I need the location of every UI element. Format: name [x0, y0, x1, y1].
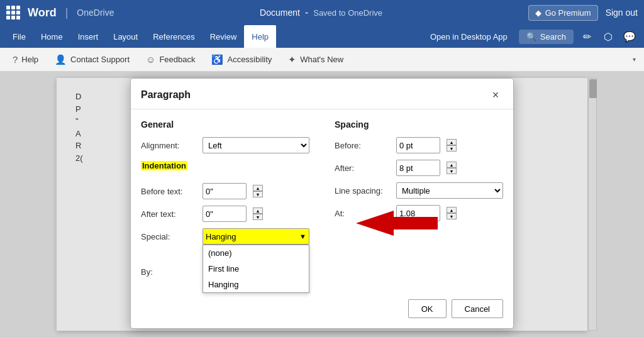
accessibility-button[interactable]: ♿ Accessibility — [204, 48, 279, 71]
before-text-row: Before text: ▲ ▼ — [141, 183, 309, 199]
feedback-button[interactable]: ☺ Feedback — [138, 48, 203, 71]
before-row: Before: ▲ ▼ — [335, 137, 503, 153]
general-section-title: General — [141, 119, 309, 130]
dialog-left-col: General Alignment: Left Center Right Jus… — [141, 119, 309, 283]
alignment-label: Alignment: — [141, 141, 197, 150]
after-label: After: — [335, 163, 391, 173]
doc-title: Document — [260, 8, 300, 18]
toolbar-icons: ✏ ⬡ 💬 — [577, 27, 639, 46]
menu-help[interactable]: Help — [244, 25, 276, 48]
before-label: Before: — [335, 141, 391, 150]
before-input[interactable] — [396, 137, 440, 153]
title-separator: | — [65, 6, 69, 19]
comment-icon[interactable]: 💬 — [620, 27, 639, 46]
menu-review[interactable]: Review — [203, 25, 245, 48]
indentation-label: Indentation — [141, 161, 187, 170]
dialog-title-bar: Paragraph × — [131, 79, 513, 109]
share-icon[interactable]: ⬡ — [599, 27, 618, 46]
grid-icon[interactable] — [6, 6, 20, 19]
after-text-input[interactable] — [203, 206, 247, 222]
onedrive-label: OneDrive — [77, 8, 114, 18]
app-name: Word — [28, 6, 57, 19]
title-bar-left: Word | OneDrive — [6, 6, 114, 19]
dialog-overlay: Paragraph × General Alignment: Left Cent… — [0, 72, 644, 337]
alignment-row: Alignment: Left Center Right Justified — [141, 137, 309, 153]
open-desktop-button[interactable]: Open in Desktop App — [423, 32, 515, 41]
at-spinner[interactable]: ▲ ▼ — [447, 207, 457, 219]
at-row: At: ▲ ▼ — [335, 205, 503, 221]
dialog-body: General Alignment: Left Center Right Jus… — [131, 109, 513, 293]
before-text-down[interactable]: ▼ — [253, 191, 263, 197]
after-spinner[interactable]: ▲ ▼ — [447, 162, 457, 174]
cancel-button[interactable]: Cancel — [452, 299, 503, 318]
before-text-up[interactable]: ▲ — [253, 185, 263, 191]
menu-right: Open in Desktop App 🔍 Search ✏ ⬡ 💬 — [423, 27, 639, 46]
dialog-title: Paragraph — [141, 89, 191, 101]
search-button[interactable]: 🔍 Search — [519, 30, 574, 44]
before-spinner[interactable]: ▲ ▼ — [447, 139, 457, 152]
help-icon: ? — [13, 54, 18, 65]
at-label: At: — [335, 209, 391, 218]
special-option-none[interactable]: (none) — [203, 245, 309, 261]
at-up[interactable]: ▲ — [447, 207, 457, 213]
after-text-up[interactable]: ▲ — [253, 207, 263, 214]
after-text-row: After text: ▲ ▼ — [141, 206, 309, 222]
help-button[interactable]: ? Help — [5, 48, 46, 71]
special-dropdown-container: Hanging ▼ (none) First line Hanging — [203, 228, 309, 245]
after-text-spinner[interactable]: ▲ ▼ — [253, 207, 263, 220]
accessibility-icon: ♿ — [211, 54, 223, 65]
special-row: Special: Hanging ▼ (none) First line Han… — [141, 228, 309, 245]
special-dropdown[interactable]: Hanging ▼ — [203, 228, 309, 245]
whats-new-button[interactable]: ✦ What's New — [280, 48, 351, 71]
special-dropdown-arrow: ▼ — [299, 233, 306, 240]
special-value: Hanging — [206, 232, 236, 241]
dialog-right-col: Spacing Before: ▲ ▼ After: ▲ — [335, 119, 503, 283]
search-icon: 🔍 — [526, 32, 536, 41]
after-input[interactable] — [396, 160, 440, 176]
edit-icon[interactable]: ✏ — [577, 27, 596, 46]
title-center: Document - Saved to OneDrive — [114, 7, 528, 18]
document-area: D P " A R 2( Paragraph × General Alignme… — [0, 72, 644, 337]
before-text-spinner[interactable]: ▲ ▼ — [253, 185, 263, 197]
go-premium-button[interactable]: ◆ Go Premium — [528, 5, 598, 21]
at-input[interactable] — [396, 205, 440, 221]
feedback-icon: ☺ — [146, 54, 155, 65]
after-row: After: ▲ ▼ — [335, 160, 503, 176]
ok-button[interactable]: OK — [408, 299, 447, 318]
after-down[interactable]: ▼ — [447, 168, 457, 174]
special-dropdown-list: (none) First line Hanging — [203, 245, 309, 293]
after-text-down[interactable]: ▼ — [253, 214, 263, 220]
menu-insert[interactable]: Insert — [70, 25, 106, 48]
title-right: ◆ Go Premium Sign out — [528, 5, 638, 21]
dialog-close-button[interactable]: × — [488, 87, 503, 102]
saved-status: Saved to OneDrive — [313, 8, 382, 18]
menu-layout[interactable]: Layout — [106, 25, 145, 48]
scroll-indicator[interactable]: ▾ — [629, 48, 639, 71]
special-option-hanging[interactable]: Hanging — [203, 277, 309, 292]
before-up[interactable]: ▲ — [447, 139, 457, 145]
by-label: By: — [141, 267, 197, 277]
contact-support-icon: 👤 — [55, 54, 67, 65]
title-dash: - — [305, 7, 308, 18]
before-text-label: Before text: — [141, 187, 197, 196]
diamond-icon: ◆ — [535, 8, 541, 18]
whats-new-icon: ✦ — [288, 54, 296, 65]
menu-home[interactable]: Home — [33, 25, 70, 48]
contact-support-button[interactable]: 👤 Contact Support — [47, 48, 137, 71]
dialog-footer: OK Cancel — [131, 293, 513, 328]
line-spacing-select[interactable]: Single 1.5 lines Double At least Exactly… — [396, 182, 503, 199]
before-text-input[interactable] — [203, 183, 247, 199]
after-text-label: After text: — [141, 209, 197, 219]
alignment-select[interactable]: Left Center Right Justified — [203, 137, 309, 153]
special-option-first-line[interactable]: First line — [203, 261, 309, 277]
after-up[interactable]: ▲ — [447, 162, 457, 168]
menu-file[interactable]: File — [5, 25, 33, 48]
spacing-section-title: Spacing — [335, 119, 503, 130]
sign-out-button[interactable]: Sign out — [606, 8, 638, 18]
line-spacing-row: Line spacing: Single 1.5 lines Double At… — [335, 182, 503, 199]
before-down[interactable]: ▼ — [447, 145, 457, 152]
menu-references[interactable]: References — [145, 25, 202, 48]
title-bar: Word | OneDrive Document - Saved to OneD… — [0, 0, 644, 25]
at-down[interactable]: ▼ — [447, 213, 457, 219]
help-bar: ? Help 👤 Contact Support ☺ Feedback ♿ Ac… — [0, 48, 644, 72]
